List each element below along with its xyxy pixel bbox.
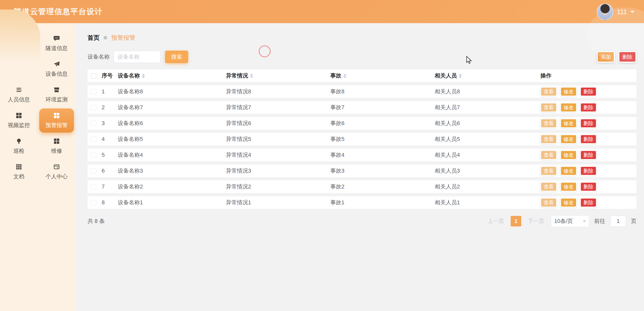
cell-accident: 事故1	[330, 199, 435, 206]
delete-button[interactable]: 删除	[581, 199, 596, 207]
sidebar-item-maintenance[interactable]: 维修	[38, 133, 75, 159]
delete-button[interactable]: 删除	[581, 135, 596, 143]
user-menu[interactable]: 111	[597, 4, 634, 20]
sort-asc-icon[interactable]	[250, 74, 253, 75]
cell-abnormal: 异常情况7	[226, 104, 330, 111]
goto-page-input[interactable]	[610, 216, 626, 227]
next-page-button[interactable]: 下一页	[526, 217, 546, 225]
sidebar-item-environment[interactable]: 环境监测	[38, 82, 75, 108]
edit-button[interactable]: 修改	[561, 167, 576, 175]
toolbar: 添加 删除	[597, 51, 636, 63]
sidebar-item-device[interactable]: 设备信息	[38, 56, 75, 82]
edit-button[interactable]: 修改	[561, 183, 576, 191]
sidebar-item-profile[interactable]: 个人中心	[38, 159, 75, 185]
cell-abnormal: 异常情况2	[226, 183, 330, 190]
sidebar-item-video[interactable]: 视频监控	[0, 108, 38, 133]
view-button[interactable]: 查看	[541, 135, 556, 143]
sidebar-item-document[interactable]: 文档	[0, 159, 38, 185]
view-button[interactable]: 查看	[541, 88, 556, 96]
delete-button-wrap: 删除	[580, 182, 597, 191]
cell-device-name: 设备名称1	[118, 199, 226, 206]
view-button[interactable]: 查看	[541, 199, 556, 207]
edit-button[interactable]: 修改	[561, 88, 576, 96]
cell-accident: 事故2	[330, 183, 435, 190]
sidebar-item-inspection[interactable]: 巡检	[0, 133, 38, 159]
breadcrumb-home[interactable]: 首页	[88, 34, 100, 42]
grid2-icon	[15, 61, 22, 68]
edit-button[interactable]: 修改	[561, 151, 576, 159]
search-input[interactable]	[114, 51, 160, 63]
cell-accident: 事故3	[330, 167, 435, 175]
sort-icon[interactable]	[250, 74, 253, 78]
row-checkbox[interactable]	[91, 200, 96, 205]
view-button[interactable]: 查看	[541, 183, 556, 191]
sort-asc-icon[interactable]	[343, 74, 346, 75]
row-checkbox[interactable]	[91, 121, 96, 126]
total-count: 共 8 条	[88, 217, 105, 225]
sidebar-item-home[interactable]: 系统首页	[0, 31, 38, 56]
sort-icon[interactable]	[142, 74, 145, 78]
cell-personnel: 相关人员5	[435, 135, 540, 143]
sort-icon[interactable]	[343, 74, 346, 78]
sidebar-item-geology[interactable]: 地质信息	[0, 56, 38, 82]
delete-button[interactable]: 删除	[581, 183, 596, 191]
cell-index: 7	[102, 183, 118, 190]
sort-desc-icon[interactable]	[142, 76, 145, 78]
edit-button[interactable]: 修改	[561, 199, 576, 207]
delete-button[interactable]: 删除	[619, 52, 635, 62]
edit-button[interactable]: 修改	[561, 119, 576, 127]
row-checkbox[interactable]	[91, 184, 96, 189]
sidebar-item-alarm[interactable]: 预警报警	[39, 108, 74, 133]
view-button[interactable]: 查看	[541, 151, 556, 159]
search-button[interactable]: 搜索	[165, 51, 188, 63]
edit-button-wrap: 修改	[560, 134, 577, 144]
column-header[interactable]: 相关人员	[435, 72, 540, 80]
delete-button[interactable]: 删除	[581, 103, 596, 111]
row-checkbox[interactable]	[91, 168, 96, 174]
sort-icon[interactable]	[459, 74, 462, 78]
column-header[interactable]: 事故	[330, 72, 435, 80]
cell-abnormal: 异常情况5	[226, 135, 330, 143]
sort-asc-icon[interactable]	[142, 74, 145, 75]
current-page[interactable]: 1	[511, 216, 521, 226]
column-header[interactable]: 设备名称	[118, 72, 226, 80]
delete-button[interactable]: 删除	[581, 119, 596, 127]
sidebar-item-personnel[interactable]: 人员信息	[0, 82, 38, 108]
view-button[interactable]: 查看	[541, 103, 556, 111]
edit-button-wrap: 修改	[560, 198, 577, 207]
cell-device-name: 设备名称2	[118, 183, 226, 190]
sort-asc-icon[interactable]	[459, 74, 462, 75]
column-header[interactable]: 异常情况	[226, 72, 330, 80]
edit-button[interactable]: 修改	[561, 103, 576, 111]
sidebar-item-label: 环境监测	[46, 96, 68, 103]
sort-desc-icon[interactable]	[343, 76, 346, 78]
row-checkbox[interactable]	[91, 152, 96, 158]
avatar[interactable]	[597, 4, 613, 20]
sort-desc-icon[interactable]	[250, 76, 253, 78]
sort-desc-icon[interactable]	[459, 76, 462, 78]
prev-page-button[interactable]: 上一页	[486, 217, 506, 225]
row-checkbox[interactable]	[91, 137, 96, 142]
delete-button[interactable]: 删除	[581, 167, 596, 175]
cell-personnel: 相关人员3	[435, 167, 540, 175]
delete-button[interactable]: 删除	[581, 151, 596, 159]
sidebar-item-tunnel[interactable]: 隧道信息	[38, 31, 75, 56]
table-row: 5设备名称4异常情况4事故4相关人员4查看修改删除	[88, 149, 636, 161]
delete-button-wrap: 删除	[580, 150, 597, 160]
table-row: 2设备名称7异常情况7事故7相关人员7查看修改删除	[88, 101, 636, 114]
sidebar-item-label: 人员信息	[8, 96, 30, 103]
cell-accident: 事故8	[330, 88, 435, 95]
page-size-select[interactable]: 10条/页	[551, 215, 589, 227]
breadcrumb: 首页 预警报警	[88, 34, 636, 42]
view-button[interactable]: 查看	[541, 167, 556, 175]
row-checkbox[interactable]	[91, 105, 96, 110]
delete-button[interactable]: 删除	[581, 88, 596, 96]
select-all-checkbox[interactable]	[91, 73, 96, 79]
view-button[interactable]: 查看	[541, 119, 556, 127]
delete-button-wrap: 删除	[580, 198, 597, 207]
edit-button[interactable]: 修改	[561, 135, 576, 143]
cell-device-name: 设备名称3	[118, 167, 226, 175]
row-checkbox[interactable]	[91, 89, 96, 94]
cell-personnel: 相关人员6	[435, 120, 540, 127]
add-button[interactable]: 添加	[598, 52, 614, 62]
